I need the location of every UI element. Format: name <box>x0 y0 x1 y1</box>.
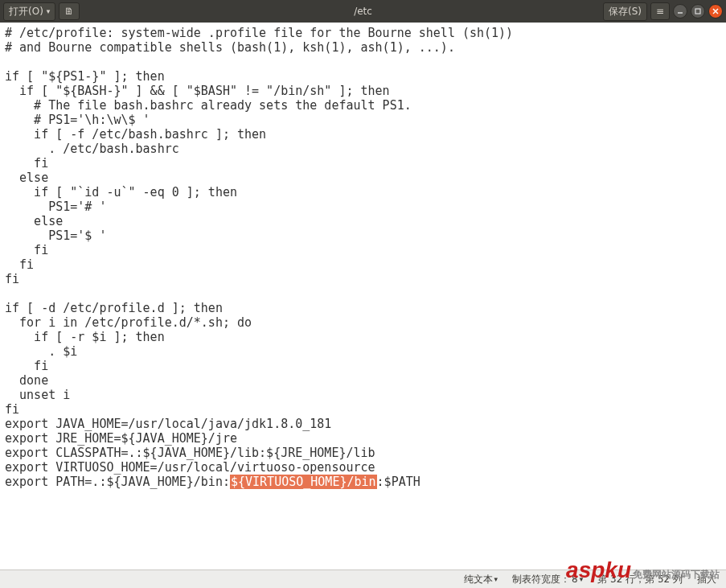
insert-mode-label: 插入 <box>697 573 716 586</box>
document-path: /etc <box>354 6 372 17</box>
cursor-position: 第 32 行，第 52 列 <box>597 573 683 586</box>
chevron-down-icon: ▾ <box>47 7 51 15</box>
editor-area[interactable]: # /etc/profile: system-wide .profile fil… <box>0 23 726 569</box>
tabwidth-text: 制表符宽度： <box>512 573 570 586</box>
filetype-selector[interactable]: 纯文本 ▾ <box>464 573 498 586</box>
minimize-icon <box>677 8 683 14</box>
maximize-button[interactable] <box>691 4 705 19</box>
save-button[interactable]: 保存(S) <box>603 2 647 21</box>
tabwidth-selector[interactable]: 制表符宽度： 8 ▾ <box>512 573 583 586</box>
status-bar: 纯文本 ▾ 制表符宽度： 8 ▾ 第 32 行，第 52 列 插入 <box>0 569 726 588</box>
svg-rect-1 <box>695 9 700 14</box>
close-icon <box>712 8 719 14</box>
titlebar: 打开(O) ▾ 🗎 /etc 保存(S) ≡ <box>0 0 726 23</box>
maximize-icon <box>695 8 701 14</box>
tabwidth-value: 8 <box>572 574 578 585</box>
document-icon: 🗎 <box>64 6 74 17</box>
titlebar-left: 打开(O) ▾ 🗎 <box>3 2 80 21</box>
close-button[interactable] <box>708 4 723 19</box>
save-label: 保存(S) <box>609 5 642 19</box>
open-label: 打开(O) <box>9 5 43 19</box>
hamburger-icon: ≡ <box>656 6 664 17</box>
minimize-button[interactable] <box>673 4 687 19</box>
chevron-down-icon: ▾ <box>494 575 498 583</box>
menu-button[interactable]: ≡ <box>650 2 670 20</box>
open-button[interactable]: 打开(O) ▾ <box>3 2 55 21</box>
selection-highlight: ${VIRTUOSO_HOME}/bin <box>230 475 377 489</box>
titlebar-right: 保存(S) ≡ <box>603 2 723 21</box>
filetype-label: 纯文本 <box>464 573 493 586</box>
chevron-down-icon: ▾ <box>580 575 584 583</box>
new-document-button[interactable]: 🗎 <box>59 2 80 20</box>
insert-mode-selector[interactable]: 插入 <box>697 573 716 586</box>
